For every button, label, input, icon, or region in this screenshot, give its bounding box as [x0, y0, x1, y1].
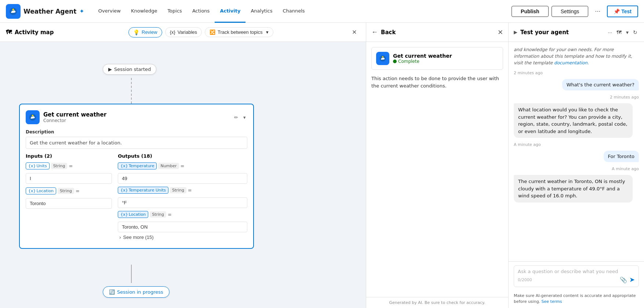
- test-input-action-buttons: 📎 ➤: [620, 276, 635, 284]
- card-expand-button[interactable]: ▾: [242, 113, 247, 122]
- activity-toolbar: 🗺 Activity map 💡 Review {x} Variables 🔀 …: [0, 23, 366, 42]
- review-bulb-icon: 💡: [133, 29, 139, 35]
- app-title: Weather Agent: [23, 8, 76, 15]
- attach-button[interactable]: 📎: [620, 276, 627, 283]
- output-temperature-field[interactable]: [118, 173, 247, 184]
- sparkle-icon[interactable]: ✦: [79, 8, 84, 15]
- test-input-box: Ask a question or describe what you need…: [514, 265, 639, 287]
- more-options-button[interactable]: ···: [591, 5, 604, 17]
- review-button[interactable]: 💡 Review: [128, 27, 162, 37]
- test-msg-bot-1: What location would you like to check th…: [514, 103, 633, 138]
- variables-button[interactable]: {x} Variables: [165, 27, 202, 37]
- output-temperature-row: {x} Temperature Number =: [118, 162, 247, 169]
- nav-overview[interactable]: Overview: [93, 0, 126, 23]
- app-logo-icon: [6, 4, 21, 19]
- nav-right: Publish Settings ··· 📌 Test: [512, 5, 638, 17]
- test-refresh-button[interactable]: ↻: [632, 28, 639, 37]
- svg-point-3: [32, 115, 34, 117]
- equals-sign-3: =: [181, 163, 185, 169]
- test-timestamp-2: 2 minutes ago: [514, 95, 639, 100]
- test-header: ▶ Test your agent ··· 🗺 ▾ ↻: [509, 23, 644, 42]
- pin-icon: 📌: [614, 8, 620, 14]
- detail-back-button[interactable]: ←: [371, 28, 378, 36]
- output-temp-type: Number: [158, 163, 179, 169]
- test-msg-user-2: For Toronto: [604, 151, 639, 162]
- nav-knowledge[interactable]: Knowledge: [126, 0, 162, 23]
- test-timestamp-1: 2 minutes ago: [514, 71, 639, 75]
- toolbar-title-area: 🗺 Activity map: [6, 29, 54, 36]
- card-header-left: Get current weather Connector: [26, 110, 106, 124]
- test-timestamp-3: A minute ago: [514, 142, 639, 147]
- output-location-field[interactable]: [118, 222, 247, 232]
- svg-point-5: [382, 56, 383, 58]
- inputs-header: Inputs (2): [26, 153, 112, 159]
- nav-topics[interactable]: Topics: [162, 0, 187, 23]
- send-button[interactable]: ➤: [629, 276, 635, 284]
- map-icon: 🗺: [6, 29, 12, 36]
- nav-channels[interactable]: Channels: [277, 0, 310, 23]
- activity-canvas: ▶ Session started: [0, 42, 366, 308]
- detail-card-info: Get current weather Complete: [393, 53, 452, 64]
- detail-card: Get current weather Complete: [371, 47, 503, 70]
- card-header: Get current weather Connector ✏ ▾: [26, 110, 247, 124]
- variables-icon: {x}: [170, 29, 175, 35]
- connector-line-top: [131, 78, 132, 104]
- test-more-button[interactable]: ···: [606, 28, 614, 37]
- nav-activity[interactable]: Activity: [215, 0, 245, 23]
- nav-analytics[interactable]: Analytics: [245, 0, 277, 23]
- status-complete-badge: Complete: [393, 59, 452, 64]
- test-button[interactable]: 📌 Test: [607, 6, 638, 17]
- output-temp-badge: {x} Temperature: [118, 162, 157, 169]
- test-terms-link[interactable]: See terms: [542, 299, 562, 304]
- detail-close-button[interactable]: ✕: [498, 28, 503, 36]
- input-units-field[interactable]: [26, 173, 112, 184]
- output-tempunits-badge: {x} Temperature Units: [118, 187, 168, 194]
- detail-card-icon: [376, 52, 389, 65]
- test-msg-user-1: What's the current weather?: [562, 79, 639, 90]
- see-more-button[interactable]: › See more (15): [118, 232, 155, 242]
- test-input-footer: 0/2000 📎 ➤: [518, 276, 635, 284]
- test-map-button[interactable]: 🗺: [615, 28, 623, 37]
- connector-line-bottom: [131, 265, 132, 283]
- nav-actions[interactable]: Actions: [187, 0, 215, 23]
- output-tempunits-field[interactable]: [118, 197, 247, 208]
- settings-button[interactable]: Settings: [552, 6, 589, 17]
- card-title-area: Get current weather Connector: [43, 111, 106, 123]
- test-msg-bot-2: The current weather in Toronto, ON is mo…: [514, 175, 633, 203]
- output-temp-units-row: {x} Temperature Units String =: [118, 187, 247, 194]
- detail-panel: ← Back ✕ Get current weather Complete Th…: [366, 23, 508, 308]
- outputs-column: Outputs (18) {x} Temperature Number = {x…: [118, 153, 247, 242]
- card-subtitle: Connector: [43, 118, 106, 123]
- equals-sign-4: =: [188, 187, 192, 193]
- input-units-type: String: [51, 163, 68, 169]
- card-edit-button[interactable]: ✏: [233, 113, 240, 122]
- detail-title: Back: [381, 29, 495, 36]
- test-timestamp-4: A minute ago: [514, 166, 639, 171]
- test-footer: Make sure AI-generated content is accura…: [509, 291, 644, 308]
- char-count: 0/2000: [518, 277, 532, 282]
- io-row: Inputs (2) {x} Units String = {x} Locati…: [26, 153, 247, 242]
- chevron-right-icon: ›: [119, 234, 121, 240]
- status-dot: [393, 60, 397, 63]
- session-progress-node: 🔄 Session in progress: [103, 286, 170, 298]
- card-title: Get current weather: [43, 111, 106, 118]
- publish-button[interactable]: Publish: [512, 6, 549, 17]
- test-panel: ▶ Test your agent ··· 🗺 ▾ ↻ and knowledg…: [508, 23, 644, 308]
- toolbar-close-button[interactable]: ✕: [348, 26, 360, 38]
- svg-point-1: [12, 8, 14, 10]
- input-location-type: String: [58, 188, 74, 194]
- output-location-row: {x} Location String =: [118, 211, 247, 218]
- track-button[interactable]: 🔀 Track between topics ▾: [205, 27, 273, 37]
- test-collapse-button[interactable]: ▾: [625, 28, 630, 37]
- top-nav: Weather Agent ✦ Overview Knowledge Topic…: [0, 0, 644, 23]
- test-doc-link[interactable]: documentation.: [554, 60, 589, 65]
- detail-header: ← Back ✕: [366, 23, 508, 42]
- test-messages: and knowledge for your own needs. For mo…: [509, 42, 644, 261]
- input-location-field[interactable]: [26, 198, 112, 209]
- detail-card-title: Get current weather: [393, 53, 452, 59]
- equals-sign-1: =: [69, 163, 73, 169]
- card-description-text: Get the current weather for a location.: [26, 137, 247, 149]
- track-chevron-icon: ▾: [266, 29, 269, 35]
- test-actions: ··· 🗺 ▾ ↻: [606, 28, 639, 37]
- toolbar-center: 💡 Review {x} Variables 🔀 Track between t…: [128, 27, 273, 37]
